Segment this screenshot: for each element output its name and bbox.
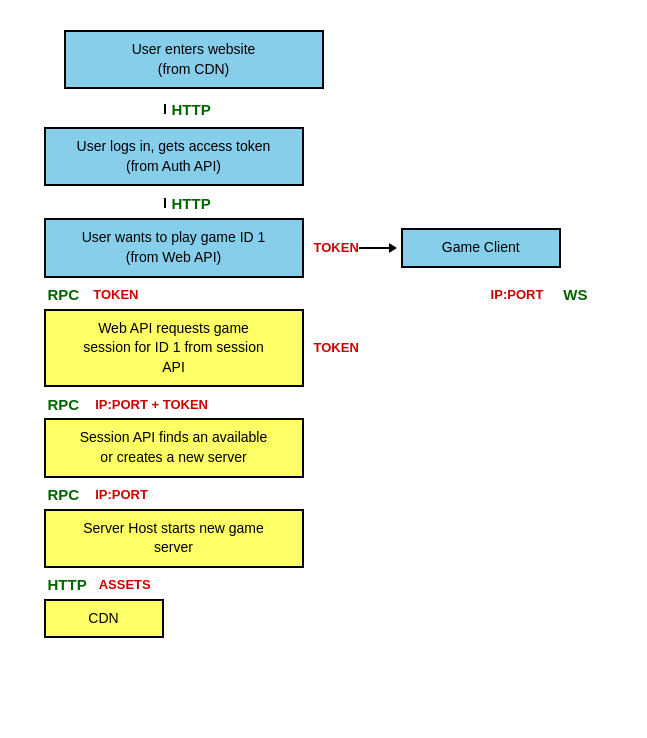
label-http3: HTTP [48, 576, 87, 593]
box-cdn-entry: User enters website(from CDN) [64, 30, 324, 89]
label-http2: HTTP [172, 195, 211, 212]
label-rpc2: RPC [48, 396, 80, 413]
box-server-host: Server Host starts new gameserver [44, 509, 304, 568]
label-ip-port-token: IP:PORT + TOKEN [95, 397, 208, 412]
label-token3: TOKEN [314, 340, 359, 355]
diagram: User enters website(from CDN) HTTP User … [34, 20, 614, 638]
box-session-api: Session API finds an availableor creates… [44, 418, 304, 477]
label-ip-port-single: IP:PORT [95, 487, 148, 502]
label-token1: TOKEN [314, 240, 359, 255]
label-token2: TOKEN [93, 287, 138, 302]
label-rpc1: RPC [48, 286, 80, 303]
label-rpc3: RPC [48, 486, 80, 503]
label-assets: ASSETS [99, 577, 151, 592]
box-cdn-bottom: CDN [44, 599, 164, 639]
box-game-client: Game Client [401, 228, 561, 268]
label-ws: WS [563, 286, 587, 303]
box-auth: User logs in, gets access token(from Aut… [44, 127, 304, 186]
box-web-api-rpc: Web API requests gamesession for ID 1 fr… [44, 309, 304, 388]
label-http1: HTTP [172, 101, 211, 118]
box-web-api: User wants to play game ID 1(from Web AP… [44, 218, 304, 277]
label-ip-port: IP:PORT [491, 287, 544, 302]
